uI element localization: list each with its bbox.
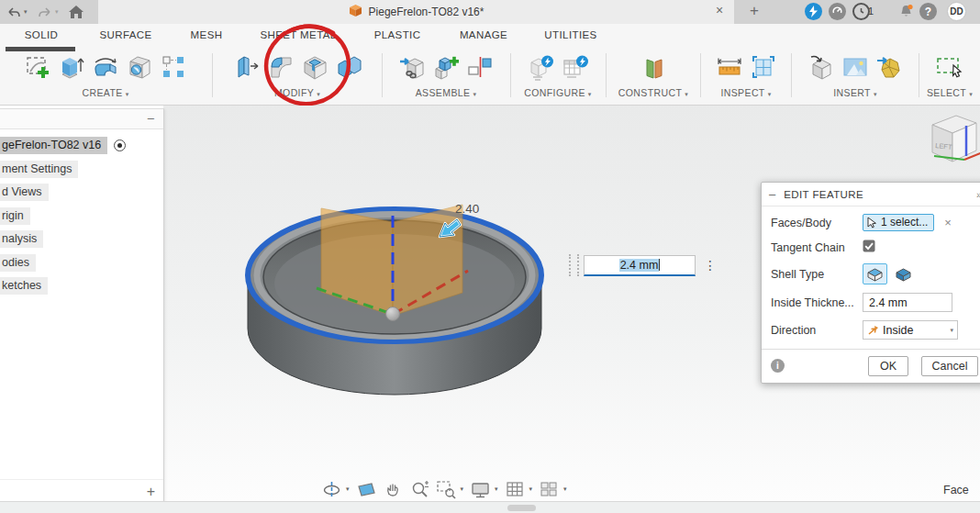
faces-selection-button[interactable]: 1 select... (863, 214, 934, 231)
browser-collapse-icon[interactable]: – (148, 111, 154, 125)
assemble-group-label[interactable]: ASSEMBLE▾ (385, 87, 507, 98)
viewports-icon[interactable] (539, 479, 560, 500)
thickness-dimension-input[interactable]: 2.4 mm (584, 255, 696, 276)
inside-thickness-input[interactable]: 2.4 mm (863, 293, 952, 312)
cursor-icon (867, 217, 877, 229)
new-tab-icon[interactable]: + (745, 2, 763, 18)
user-avatar[interactable]: DD (947, 2, 966, 21)
create-sketch-icon[interactable] (22, 51, 53, 83)
browser-item-analysis[interactable]: nalysis (0, 229, 163, 248)
redo-caret-icon[interactable]: ▾ (55, 8, 59, 16)
info-icon[interactable]: i (771, 359, 785, 373)
input-menu-dots-icon[interactable]: ⋮ (704, 258, 717, 273)
orbit-icon[interactable] (321, 479, 342, 500)
shell-type-inside-button[interactable] (863, 263, 887, 284)
job-status-icon[interactable] (829, 3, 846, 20)
browser-add-icon[interactable]: + (147, 484, 155, 500)
revolve-icon[interactable] (90, 51, 121, 83)
browser-item-named-views[interactable]: d Views (0, 183, 163, 201)
display-settings-caret-icon[interactable]: ▾ (495, 485, 498, 493)
construct-group-label[interactable]: CONSTRUCT▾ (609, 87, 697, 98)
direction-dropdown[interactable]: Inside ▾ (863, 320, 958, 340)
insert-derive-icon[interactable] (806, 51, 837, 83)
inspect-group-label[interactable]: INSPECT▾ (704, 87, 788, 98)
tab-manage[interactable]: MANAGE (460, 29, 507, 40)
clear-selection-icon[interactable]: × (944, 216, 952, 229)
browser-item-document-settings[interactable]: ment Settings (0, 160, 163, 178)
redo-icon[interactable] (37, 4, 53, 20)
orbit-caret-icon[interactable]: ▾ (346, 485, 350, 493)
dialog-header[interactable]: – EDIT FEATURE » (762, 183, 980, 206)
origin-point[interactable] (386, 307, 400, 321)
browser-item-origin[interactable]: rigin (0, 206, 163, 225)
tab-sheet-metal[interactable]: SHEET METAL (260, 29, 336, 40)
tangent-chain-label: Tangent Chain (771, 241, 863, 254)
undo-icon[interactable] (6, 4, 22, 20)
press-pull-icon[interactable] (231, 51, 262, 83)
tangent-chain-checkbox[interactable] (863, 240, 875, 255)
viewports-caret-icon[interactable]: ▾ (563, 485, 567, 493)
browser-item-bodies[interactable]: odies (0, 253, 163, 272)
drag-grip-icon[interactable] (569, 254, 579, 276)
ok-button[interactable]: OK (868, 356, 908, 376)
activate-radio-icon[interactable] (114, 139, 126, 151)
group-divider (606, 53, 607, 97)
job-count-badge: 1 (868, 6, 874, 17)
tab-solid[interactable]: SOLID (25, 29, 59, 40)
shell-type-both-button[interactable] (891, 263, 916, 284)
tab-plastic[interactable]: PLASTIC (374, 29, 421, 40)
extrude-icon[interactable] (56, 51, 87, 83)
fillet-icon[interactable] (265, 51, 296, 83)
select-group-label[interactable]: SELECT▾ (922, 87, 977, 98)
browser-item-sketches[interactable]: ketches (0, 276, 163, 295)
measure-icon[interactable] (714, 51, 745, 83)
cancel-button[interactable]: Cancel (921, 356, 978, 376)
browser-root-label[interactable]: geFrelon-TO82 v16 (0, 137, 107, 154)
notifications-bell-icon[interactable] (897, 3, 914, 19)
joint-icon[interactable] (464, 51, 496, 83)
construct-plane-icon[interactable] (638, 51, 669, 83)
create-group-label[interactable]: CREATE▾ (2, 87, 209, 98)
zoom-icon[interactable] (409, 479, 430, 500)
grid-settings-caret-icon[interactable]: ▾ (529, 485, 533, 493)
home-icon[interactable] (68, 4, 84, 20)
tab-surface[interactable]: SURFACE (99, 29, 151, 40)
shell-icon[interactable] (299, 51, 330, 83)
tab-close-icon[interactable]: × (712, 3, 727, 17)
browser-header: – (0, 109, 163, 129)
dialog-collapse-icon[interactable]: – (769, 187, 775, 201)
zoom-window-icon[interactable] (436, 479, 457, 500)
configure-group-label[interactable]: CONFIGURE▾ (514, 87, 602, 98)
grid-settings-icon[interactable] (505, 479, 526, 500)
timeline-scrollbar-thumb[interactable] (507, 505, 536, 511)
display-settings-icon[interactable] (470, 479, 491, 500)
section-analysis-icon[interactable] (748, 51, 779, 83)
view-cube[interactable]: LEFT (916, 110, 980, 178)
insert-component-icon[interactable] (396, 51, 428, 83)
pan-icon[interactable] (383, 479, 404, 500)
look-at-icon[interactable] (356, 479, 377, 500)
tab-utilities[interactable]: UTILITIES (544, 29, 596, 40)
zoom-window-caret-icon[interactable]: ▾ (461, 485, 464, 493)
undo-caret-icon[interactable]: ▾ (24, 8, 28, 16)
dialog-overflow-icon[interactable]: » (976, 189, 980, 200)
browser-root-item[interactable]: geFrelon-TO82 v16 (0, 137, 163, 154)
insert-mesh-icon[interactable] (874, 51, 905, 83)
modify-group-label[interactable]: MODIFY▾ (217, 87, 378, 98)
hole-icon[interactable] (124, 51, 155, 83)
configure-table-icon[interactable] (560, 51, 591, 83)
insert-canvas-icon[interactable] (840, 51, 871, 83)
rectangular-pattern-icon[interactable] (158, 51, 189, 83)
new-component-icon[interactable] (430, 51, 462, 83)
configure-feature-icon[interactable] (526, 51, 557, 83)
select-icon[interactable] (934, 51, 965, 83)
document-tab[interactable]: PiegeFrelon-TO82 v16* (98, 0, 734, 24)
inside-thickness-row: Inside Thickne... 2.4 mm (762, 289, 980, 317)
tab-mesh[interactable]: MESH (191, 29, 223, 40)
insert-group-label[interactable]: INSERT▾ (795, 87, 916, 98)
extensions-icon[interactable] (805, 3, 822, 20)
combine-icon[interactable] (333, 51, 364, 83)
app-titlebar: ▾ ▾ PiegeFrelon-TO82 v16* × + 1 ? DD (0, 0, 980, 24)
document-title: PiegeFrelon-TO82 v16* (369, 6, 484, 18)
help-icon[interactable]: ? (919, 3, 937, 20)
